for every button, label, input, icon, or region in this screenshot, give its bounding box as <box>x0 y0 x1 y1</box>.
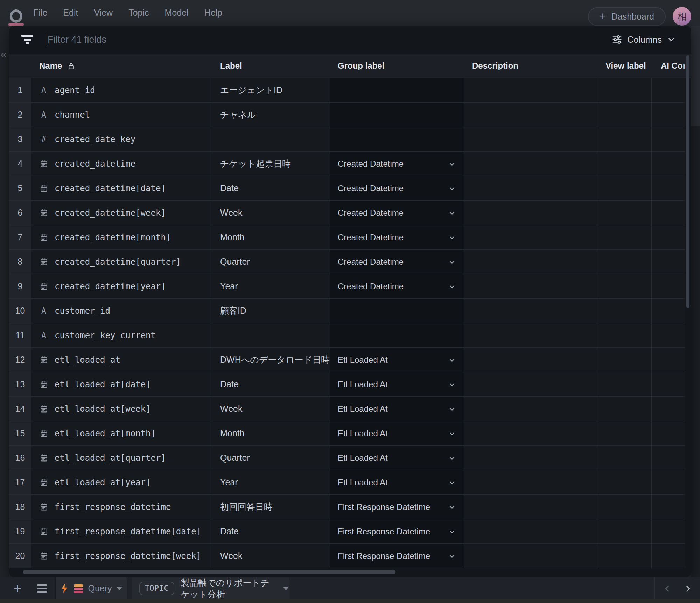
ai-context-cell[interactable] <box>652 299 685 323</box>
group-label-dropdown[interactable]: Etl Loaded At <box>330 348 464 372</box>
view-label-cell[interactable] <box>598 421 652 446</box>
description-cell[interactable] <box>464 372 598 397</box>
view-label-cell[interactable] <box>598 470 652 495</box>
field-label-cell[interactable]: Month <box>212 421 330 446</box>
ai-context-cell[interactable] <box>652 421 685 446</box>
app-logo[interactable] <box>10 9 22 23</box>
description-cell[interactable] <box>464 495 598 519</box>
group-label-dropdown[interactable] <box>330 78 464 103</box>
header-ai-context[interactable]: AI Conte <box>652 54 685 78</box>
group-label-dropdown[interactable]: Created Datetime <box>330 201 464 225</box>
ai-context-cell[interactable] <box>652 176 685 201</box>
field-label-cell[interactable] <box>212 323 330 348</box>
group-label-dropdown[interactable]: Etl Loaded At <box>330 421 464 446</box>
field-label-cell[interactable]: Month <box>212 225 330 250</box>
ai-context-cell[interactable] <box>652 470 685 495</box>
description-cell[interactable] <box>464 446 598 470</box>
field-name-cell[interactable]: created_datetime <box>31 152 212 176</box>
field-label-cell[interactable]: Date <box>212 372 330 397</box>
group-label-dropdown[interactable]: Etl Loaded At <box>330 372 464 397</box>
view-label-cell[interactable] <box>598 127 652 152</box>
ai-context-cell[interactable] <box>652 323 685 348</box>
description-cell[interactable] <box>464 299 598 323</box>
menu-item-topic[interactable]: Topic <box>128 8 149 18</box>
ai-context-cell[interactable] <box>652 274 685 299</box>
field-name-cell[interactable]: etl_loaded_at[week] <box>31 397 212 421</box>
header-label[interactable]: Label <box>212 54 330 78</box>
group-label-dropdown[interactable]: Created Datetime <box>330 274 464 299</box>
field-name-cell[interactable]: etl_loaded_at <box>31 348 212 372</box>
field-label-cell[interactable] <box>212 127 330 152</box>
group-label-dropdown[interactable]: Created Datetime <box>330 250 464 274</box>
field-label-cell[interactable]: Quarter <box>212 250 330 274</box>
description-cell[interactable] <box>464 201 598 225</box>
field-name-cell[interactable]: created_datetime[date] <box>31 176 212 201</box>
field-name-cell[interactable]: first_response_datetime[week] <box>31 544 212 568</box>
field-label-cell[interactable]: Date <box>212 519 330 544</box>
ai-context-cell[interactable] <box>652 250 685 274</box>
menu-item-view[interactable]: View <box>94 8 113 18</box>
field-name-cell[interactable]: created_datetime[year] <box>31 274 212 299</box>
field-name-cell[interactable]: Acustomer_id <box>31 299 212 323</box>
description-cell[interactable] <box>464 397 598 421</box>
ai-context-cell[interactable] <box>652 446 685 470</box>
next-tab-button[interactable] <box>681 582 694 595</box>
group-label-dropdown[interactable]: Created Datetime <box>330 152 464 176</box>
header-description[interactable]: Description <box>464 54 598 78</box>
field-label-cell[interactable]: 顧客ID <box>212 299 330 323</box>
view-label-cell[interactable] <box>598 201 652 225</box>
field-name-cell[interactable]: first_response_datetime <box>31 495 212 519</box>
group-label-dropdown[interactable]: Created Datetime <box>330 225 464 250</box>
group-label-dropdown[interactable]: First Response Datetime <box>330 544 464 568</box>
view-label-cell[interactable] <box>598 495 652 519</box>
field-name-cell[interactable]: created_datetime[week] <box>31 201 212 225</box>
group-label-dropdown[interactable]: Etl Loaded At <box>330 446 464 470</box>
view-label-cell[interactable] <box>598 372 652 397</box>
field-name-cell[interactable]: etl_loaded_at[quarter] <box>31 446 212 470</box>
menu-item-edit[interactable]: Edit <box>63 8 78 18</box>
new-dashboard-button[interactable]: + Dashboard <box>588 7 666 26</box>
description-cell[interactable] <box>464 250 598 274</box>
view-label-cell[interactable] <box>598 274 652 299</box>
field-name-cell[interactable]: #created_date_key <box>31 127 212 152</box>
field-label-cell[interactable]: Date <box>212 176 330 201</box>
view-label-cell[interactable] <box>598 544 652 568</box>
menu-item-help[interactable]: Help <box>204 8 222 18</box>
ai-context-cell[interactable] <box>652 348 685 372</box>
field-label-cell[interactable]: Year <box>212 470 330 495</box>
header-view-label[interactable]: View label <box>598 54 652 78</box>
description-cell[interactable] <box>464 127 598 152</box>
field-name-cell[interactable]: created_datetime[quarter] <box>31 250 212 274</box>
description-cell[interactable] <box>464 152 598 176</box>
user-avatar[interactable]: 相 <box>673 7 691 26</box>
view-label-cell[interactable] <box>598 225 652 250</box>
menu-item-file[interactable]: File <box>33 8 47 18</box>
description-cell[interactable] <box>464 176 598 201</box>
field-name-cell[interactable]: Acustomer_key_current <box>31 323 212 348</box>
field-label-cell[interactable]: チャネル <box>212 103 330 127</box>
tab-topic[interactable]: TOPIC 製品軸でのサポートチケット分析 <box>132 577 289 599</box>
description-cell[interactable] <box>464 519 598 544</box>
field-label-cell[interactable]: 初回回答日時 <box>212 495 330 519</box>
header-group-label[interactable]: Group label <box>330 54 464 78</box>
description-cell[interactable] <box>464 78 598 103</box>
view-label-cell[interactable] <box>598 348 652 372</box>
view-label-cell[interactable] <box>598 446 652 470</box>
group-label-dropdown[interactable] <box>330 299 464 323</box>
ai-context-cell[interactable] <box>652 127 685 152</box>
view-label-cell[interactable] <box>598 397 652 421</box>
group-label-dropdown[interactable] <box>330 103 464 127</box>
view-label-cell[interactable] <box>598 103 652 127</box>
group-label-dropdown[interactable] <box>330 323 464 348</box>
field-label-cell[interactable]: チケット起票日時 <box>212 152 330 176</box>
ai-context-cell[interactable] <box>652 519 685 544</box>
ai-context-cell[interactable] <box>652 152 685 176</box>
field-label-cell[interactable]: DWHへのデータロード日時 <box>212 348 330 372</box>
description-cell[interactable] <box>464 470 598 495</box>
field-label-cell[interactable]: Week <box>212 397 330 421</box>
field-name-cell[interactable]: etl_loaded_at[month] <box>31 421 212 446</box>
field-label-cell[interactable]: エージェントID <box>212 78 330 103</box>
ai-context-cell[interactable] <box>652 201 685 225</box>
field-name-cell[interactable]: etl_loaded_at[date] <box>31 372 212 397</box>
field-name-cell[interactable]: created_datetime[month] <box>31 225 212 250</box>
